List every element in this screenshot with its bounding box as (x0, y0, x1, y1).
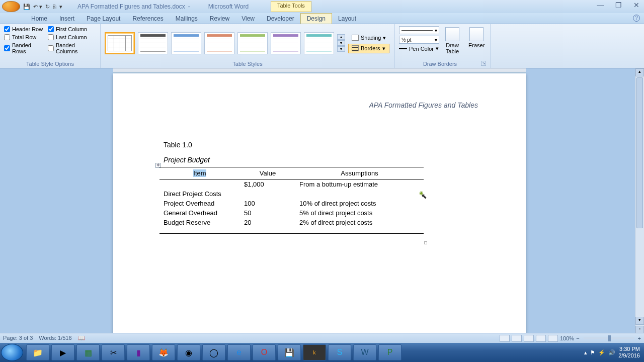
save-icon[interactable]: 💾 (23, 4, 30, 10)
scroll-thumb[interactable] (636, 77, 643, 228)
table-style-thumb[interactable] (105, 32, 135, 54)
group-label-draw-borders: Draw Borders ↘ (399, 60, 486, 67)
web-layout-view-button[interactable] (524, 335, 534, 342)
taskbar-explorer-icon[interactable]: 📁 (26, 344, 49, 360)
close-button[interactable]: ✕ (631, 2, 642, 10)
word-count[interactable]: Words: 1/516 (39, 335, 71, 341)
ribbon: Header Row Total Row Banded Rows First C… (0, 24, 644, 68)
tray-clock[interactable]: 3:30 PM 2/9/2016 (618, 346, 640, 359)
tab-home[interactable]: Home (25, 14, 53, 24)
chk-header-row[interactable]: Header Row (4, 26, 45, 32)
budget-table[interactable]: Item Value Assumptions $1,000From a bott… (159, 167, 424, 234)
taskbar-snip-icon[interactable]: ✂ (102, 344, 125, 360)
table-row: General Overhead505% of direct project c… (159, 208, 424, 218)
taskbar-media-icon[interactable]: ▶ (51, 344, 74, 360)
table-style-thumb[interactable] (171, 32, 201, 54)
line-style-selector[interactable]: ▾ (399, 26, 439, 34)
taskbar-word-icon[interactable]: W (353, 344, 376, 360)
minimize-button[interactable]: ― (595, 2, 606, 10)
tab-view[interactable]: View (235, 14, 261, 24)
group-label-style-options: Table Style Options (4, 60, 96, 67)
shading-button[interactable]: Shading ▾ (348, 33, 389, 43)
table-style-thumb[interactable] (138, 32, 168, 54)
dialog-launcher-icon[interactable]: ↘ (481, 61, 486, 66)
vertical-scrollbar[interactable]: ▴ ▾ ◦ ▾ (635, 68, 644, 343)
taskbar-app-icon[interactable]: 💾 (278, 344, 301, 360)
group-table-style-options: Header Row Total Row Banded Rows First C… (0, 24, 101, 68)
gallery-more-button[interactable]: ▾ (337, 46, 345, 52)
qat-icon[interactable]: ⎘ (53, 4, 56, 10)
chk-banded-rows[interactable]: Banded Rows (4, 42, 45, 54)
taskbar-firefox-icon[interactable]: 🦊 (152, 344, 175, 360)
table-row: Project Overhead10010% of direct project… (159, 199, 424, 208)
taskbar-hp-icon[interactable]: ◉ (177, 344, 200, 360)
tab-layout[interactable]: Layout (332, 14, 362, 24)
tray-network-icon[interactable]: ⚡ (598, 349, 605, 356)
gallery-scroll-down[interactable]: ▾ (337, 40, 345, 46)
document-page[interactable]: APA Formatted Figures and Tables Table 1… (113, 73, 526, 340)
chk-total-row[interactable]: Total Row (4, 34, 45, 40)
zoom-slider[interactable] (584, 337, 634, 339)
page-indicator[interactable]: Page: 3 of 3 (3, 335, 33, 341)
gallery-scroll-up[interactable]: ▴ (337, 34, 345, 40)
zoom-out-button[interactable]: − (576, 335, 579, 341)
help-button[interactable]: ? (633, 15, 640, 22)
zoom-level[interactable]: 100% (560, 335, 574, 341)
taskbar-onenote-icon[interactable]: ▮ (127, 344, 150, 360)
table-tools-context-tab: Table Tools (271, 1, 311, 12)
table-style-thumb[interactable] (304, 32, 334, 54)
line-weight-selector[interactable]: ½ pt▾ (399, 36, 439, 44)
qat-dropdown-icon[interactable]: ▾ (59, 4, 62, 10)
eraser-button[interactable]: Eraser (465, 26, 488, 49)
taskbar-skype-icon[interactable]: S (328, 344, 351, 360)
tab-review[interactable]: Review (204, 14, 235, 24)
borders-button[interactable]: Borders ▾ (348, 44, 389, 53)
table-style-thumb[interactable] (204, 32, 234, 54)
chk-first-column[interactable]: First Column (48, 26, 96, 32)
table-row: $1,000From a bottum-up estimate (159, 179, 424, 190)
tray-up-icon[interactable]: ▴ (584, 349, 587, 356)
pen-color-button[interactable]: Pen Color ▾ (399, 45, 439, 52)
zoom-in-button[interactable]: + (638, 335, 641, 341)
table-row: Budget Reserve202% of direct project cos… (159, 218, 424, 234)
undo-icon[interactable]: ↶ ▾ (33, 4, 42, 10)
tab-mailings[interactable]: Mailings (170, 14, 204, 24)
full-screen-view-button[interactable] (512, 335, 522, 342)
start-button[interactable] (1, 344, 23, 361)
taskbar-kindle-icon[interactable]: k (303, 344, 326, 360)
tray-volume-icon[interactable]: 🔊 (608, 349, 615, 356)
th-item: Item (159, 167, 240, 179)
tab-page-layout[interactable]: Page Layout (80, 14, 126, 24)
tab-design[interactable]: Design (300, 13, 332, 24)
scroll-up-button[interactable]: ▴ (635, 68, 644, 76)
taskbar-opera-icon[interactable]: O (253, 344, 276, 360)
taskbar-ie-icon[interactable]: e (227, 344, 251, 360)
scroll-down-button[interactable]: ▾ (635, 317, 644, 325)
status-bar: Page: 3 of 3 Words: 1/516 📖 100% − + (0, 333, 644, 343)
proofing-icon[interactable]: 📖 (78, 335, 85, 341)
end-of-cell-mark (424, 241, 427, 244)
tab-developer[interactable]: Developer (261, 14, 300, 24)
table-caption: Project Budget (164, 156, 210, 164)
office-button[interactable] (2, 1, 20, 12)
table-style-thumb[interactable] (237, 32, 268, 54)
table-style-thumb[interactable] (271, 32, 301, 54)
redo-icon[interactable]: ↻ (45, 4, 50, 10)
th-value: Value (240, 167, 295, 179)
tray-flag-icon[interactable]: ⚑ (590, 349, 595, 356)
title-bar: 💾 ↶ ▾ ↻ ⎘ ▾ APA Formatted Figures and Ta… (0, 0, 644, 13)
outline-view-button[interactable] (536, 335, 546, 342)
pencil-table-icon (445, 27, 459, 41)
taskbar-project-icon[interactable]: P (378, 344, 401, 360)
maximize-button[interactable]: ❐ (613, 2, 624, 10)
taskbar-chrome-icon[interactable]: ◯ (202, 344, 225, 360)
draw-table-button[interactable]: Draw Table (442, 26, 462, 55)
tab-references[interactable]: References (126, 14, 169, 24)
chk-banded-columns[interactable]: Banded Columns (48, 42, 96, 54)
print-layout-view-button[interactable] (500, 335, 510, 342)
draft-view-button[interactable] (548, 335, 558, 342)
chk-last-column[interactable]: Last Column (48, 34, 96, 40)
tab-insert[interactable]: Insert (53, 14, 80, 24)
taskbar-excel-icon[interactable]: ▦ (76, 344, 100, 360)
document-area: APA Formatted Figures and Tables Table 1… (0, 68, 644, 343)
